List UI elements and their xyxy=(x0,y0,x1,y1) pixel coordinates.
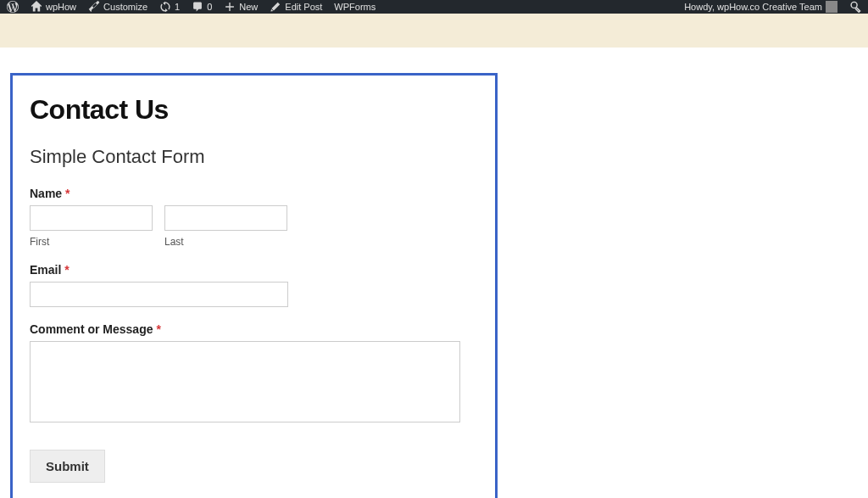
updates-count: 1 xyxy=(175,3,180,10)
admin-bar-left: wpHow Customize 1 0 New xyxy=(7,0,376,14)
wordpress-icon xyxy=(7,1,19,13)
customize-link[interactable]: Customize xyxy=(88,1,147,13)
search-icon xyxy=(849,1,861,13)
page-title: Contact Us xyxy=(30,94,478,126)
wpforms-link[interactable]: WPForms xyxy=(334,3,376,10)
content-card: Contact Us Simple Contact Form Name * Fi… xyxy=(10,73,498,498)
comments-link[interactable]: 0 xyxy=(192,1,212,13)
submit-button[interactable]: Submit xyxy=(30,450,105,483)
comments-count: 0 xyxy=(207,3,212,10)
message-field-group: Comment or Message * xyxy=(30,322,478,426)
first-name-col: First xyxy=(30,205,153,248)
first-name-input[interactable] xyxy=(30,205,153,231)
first-sublabel: First xyxy=(30,236,153,248)
last-name-input[interactable] xyxy=(164,205,287,231)
name-label: Name * xyxy=(30,187,478,200)
avatar-icon xyxy=(826,1,837,13)
customize-text: Customize xyxy=(103,3,147,10)
last-sublabel: Last xyxy=(164,236,287,248)
admin-bar-right: Howdy, wpHow.co Creative Team xyxy=(684,0,861,14)
wp-logo-menu[interactable] xyxy=(7,1,19,13)
form-title: Simple Contact Form xyxy=(30,146,478,168)
updates-link[interactable]: 1 xyxy=(159,1,180,13)
new-text: New xyxy=(239,3,258,10)
email-input[interactable] xyxy=(30,282,288,307)
message-label: Comment or Message * xyxy=(30,322,478,336)
new-content-link[interactable]: New xyxy=(224,1,258,13)
comments-icon xyxy=(192,1,203,13)
email-label-text: Email xyxy=(30,263,61,277)
home-icon xyxy=(31,1,42,13)
my-account-link[interactable]: Howdy, wpHow.co Creative Team xyxy=(684,1,837,13)
edit-post-text: Edit Post xyxy=(285,3,322,10)
required-mark: * xyxy=(65,187,70,200)
message-label-text: Comment or Message xyxy=(30,322,153,336)
site-name-text: wpHow xyxy=(46,3,76,10)
site-name-link[interactable]: wpHow xyxy=(31,1,76,13)
howdy-text: Howdy, wpHow.co Creative Team xyxy=(684,3,822,10)
wpforms-text: WPForms xyxy=(334,3,376,10)
page-content: Contact Us Simple Contact Form Name * Fi… xyxy=(0,48,868,498)
search-toggle[interactable] xyxy=(849,1,861,13)
customize-icon xyxy=(88,1,100,13)
required-mark: * xyxy=(156,322,160,336)
edit-post-link[interactable]: Edit Post xyxy=(270,1,322,13)
wp-admin-bar: wpHow Customize 1 0 New xyxy=(0,0,868,14)
name-label-text: Name xyxy=(30,187,62,200)
email-field-group: Email * xyxy=(30,263,478,307)
name-field-group: Name * First Last xyxy=(30,187,478,248)
updates-icon xyxy=(159,1,171,13)
name-inputs-row: First Last xyxy=(30,205,478,248)
email-label: Email * xyxy=(30,263,478,277)
last-name-col: Last xyxy=(164,205,287,248)
plus-icon xyxy=(224,1,236,13)
svg-rect-0 xyxy=(826,1,837,13)
message-textarea[interactable] xyxy=(30,341,460,422)
required-mark: * xyxy=(64,263,69,277)
header-banner xyxy=(0,14,868,48)
edit-icon xyxy=(270,1,281,13)
